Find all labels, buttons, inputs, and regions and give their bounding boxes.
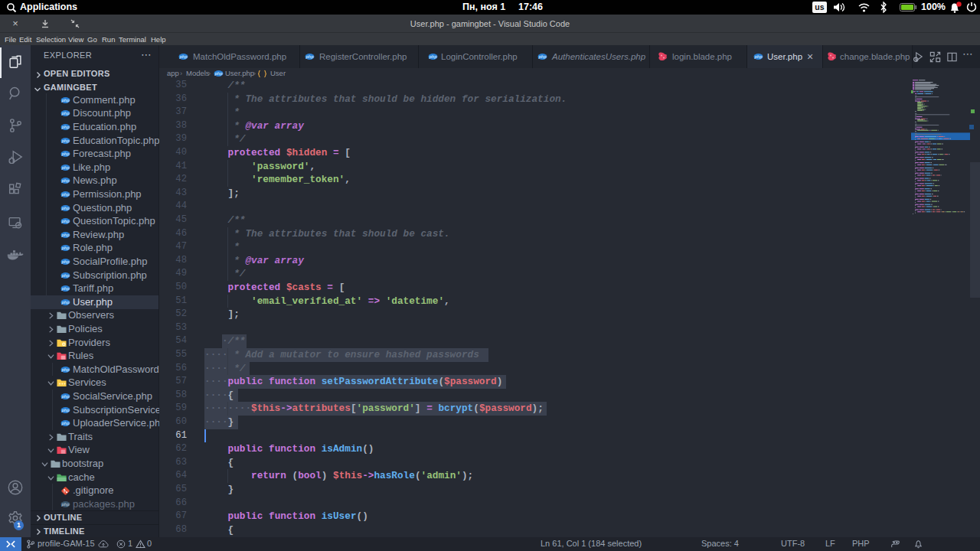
svg-text:php: php [61,138,70,142]
svg-text:php: php [179,54,188,59]
svg-text:php: php [61,300,70,305]
svg-text:php: php [754,54,763,59]
svg-text:php: php [61,178,70,183]
svg-text:php: php [61,407,70,412]
svg-text:php: php [61,192,70,197]
svg-text:php: php [61,219,70,223]
svg-text:php: php [61,421,70,425]
svg-text:php: php [61,111,70,116]
svg-text:php: php [61,98,70,103]
svg-text:php: php [61,286,70,291]
svg-text:php: php [429,54,438,59]
svg-text:php: php [214,71,224,76]
svg-text:php: php [61,233,70,237]
svg-text:php: php [538,54,547,59]
svg-text:php: php [61,205,70,210]
svg-text:php: php [61,246,70,250]
svg-text:php: php [61,125,70,129]
svg-text:php: php [61,502,70,507]
svg-text:php: php [61,152,70,156]
svg-text:php: php [61,272,70,277]
svg-text:php: php [61,165,70,170]
svg-text:php: php [61,259,70,264]
svg-text:php: php [61,394,70,399]
svg-text:php: php [305,54,315,59]
svg-text:php: php [61,367,70,372]
